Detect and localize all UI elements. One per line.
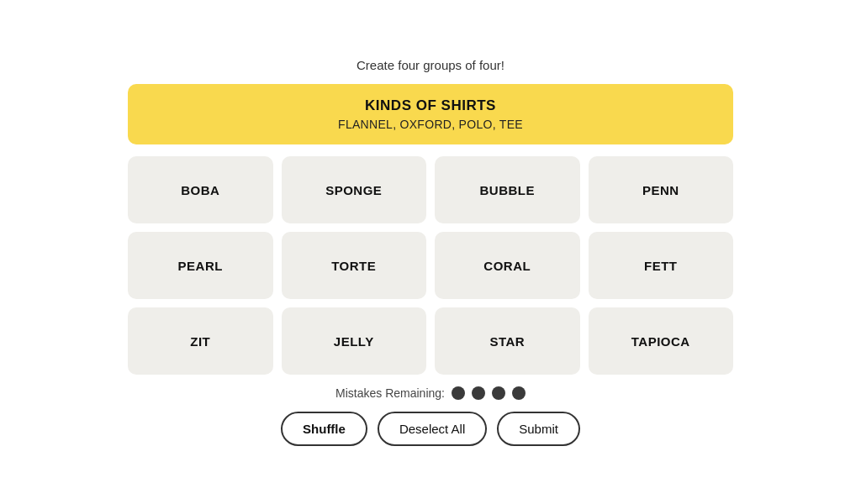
tile-torte[interactable]: TORTE (282, 232, 427, 299)
mistake-dot-3 (492, 386, 505, 400)
shuffle-button[interactable]: Shuffle (281, 412, 367, 446)
subtitle: Create four groups of four! (357, 58, 504, 72)
game-container: Create four groups of four! KINDS OF SHI… (128, 41, 733, 463)
deselect-button[interactable]: Deselect All (378, 412, 487, 446)
tile-zit[interactable]: ZIT (128, 307, 273, 375)
category-words: FLANNEL, OXFORD, POLO, TEE (145, 118, 716, 131)
mistake-dot-4 (512, 386, 526, 400)
tile-sponge[interactable]: SPONGE (282, 156, 427, 223)
tile-penn[interactable]: PENN (589, 156, 734, 223)
mistake-dot-1 (452, 386, 465, 400)
action-buttons: Shuffle Deselect All Submit (281, 412, 580, 446)
mistakes-label: Mistakes Remaining: (335, 386, 445, 400)
mistake-dot-2 (472, 386, 485, 400)
category-title: KINDS OF SHIRTS (145, 97, 716, 114)
tile-bubble[interactable]: BUBBLE (435, 156, 580, 223)
tile-star[interactable]: STAR (435, 307, 580, 375)
tile-pearl[interactable]: PEARL (128, 232, 273, 299)
mistakes-row: Mistakes Remaining: (335, 386, 526, 400)
submit-button[interactable]: Submit (497, 412, 580, 446)
tile-grid: BOBASPONGEBUBBLEPENNPEARLTORTECORALFETTZ… (128, 156, 733, 375)
solved-category-banner: KINDS OF SHIRTS FLANNEL, OXFORD, POLO, T… (128, 84, 733, 144)
tile-jelly[interactable]: JELLY (282, 307, 427, 375)
tile-boba[interactable]: BOBA (128, 156, 273, 223)
tile-coral[interactable]: CORAL (435, 232, 580, 299)
tile-tapioca[interactable]: TAPIOCA (589, 307, 734, 375)
tile-fett[interactable]: FETT (589, 232, 734, 299)
